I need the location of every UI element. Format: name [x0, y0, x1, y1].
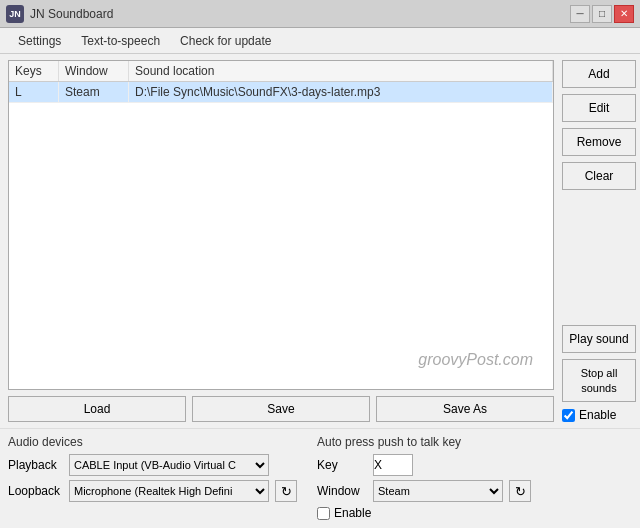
window-refresh-button[interactable]: ↻	[509, 480, 531, 502]
loopback-row2: Loopback Microphone (Realtek High Defini…	[8, 480, 297, 502]
cell-key: L	[9, 82, 59, 102]
save-button[interactable]: Save	[192, 396, 370, 422]
loopback-refresh-button[interactable]: ↻	[275, 480, 297, 502]
play-sound-button[interactable]: Play sound	[562, 325, 636, 353]
menu-settings[interactable]: Settings	[8, 30, 71, 52]
auto-press-title: Auto press push to talk key	[317, 435, 632, 449]
app-icon: JN	[6, 5, 24, 23]
window-label: Window	[317, 484, 367, 498]
table-header: Keys Window Sound location	[9, 61, 553, 82]
key-label: Key	[317, 458, 367, 472]
cell-sound: D:\File Sync\Music\SoundFX\3-days-later.…	[129, 82, 553, 102]
add-button[interactable]: Add	[562, 60, 636, 88]
auto-press-section2: Auto press push to talk key Key Window S…	[317, 435, 632, 520]
auto-enable-row: Enable	[317, 506, 632, 520]
title-bar-controls: ─ □ ✕	[570, 5, 634, 23]
close-button[interactable]: ✕	[614, 5, 634, 23]
playback-label2: Playback	[8, 458, 63, 472]
right-panel: Add Edit Remove Clear Play sound Stop al…	[558, 54, 640, 428]
col-sound: Sound location	[129, 61, 553, 81]
window-select[interactable]: Steam	[373, 480, 503, 502]
main-area: Keys Window Sound location L Steam D:\Fi…	[0, 54, 640, 428]
save-as-button[interactable]: Save As	[376, 396, 554, 422]
loopback-select2[interactable]: Microphone (Realtek High Defini	[69, 480, 269, 502]
maximize-button[interactable]: □	[592, 5, 612, 23]
title-bar: JN JN Soundboard ─ □ ✕	[0, 0, 640, 28]
col-keys: Keys	[9, 61, 59, 81]
remove-button[interactable]: Remove	[562, 128, 636, 156]
bottom-buttons: Load Save Save As	[8, 396, 554, 422]
table-row[interactable]: L Steam D:\File Sync\Music\SoundFX\3-day…	[9, 82, 553, 103]
enable-row: Enable	[562, 408, 632, 422]
sound-table: Keys Window Sound location L Steam D:\Fi…	[8, 60, 554, 390]
loopback-label2: Loopback	[8, 484, 63, 498]
bottom-combined-section: Audio devices Playback CABLE Input (VB-A…	[0, 428, 640, 526]
menu-text-to-speech[interactable]: Text-to-speech	[71, 30, 170, 52]
enable-label: Enable	[579, 408, 616, 422]
key-row: Key	[317, 454, 632, 476]
menu-bar: Settings Text-to-speech Check for update	[0, 28, 640, 54]
watermark: groovyPost.com	[418, 351, 533, 369]
clear-button[interactable]: Clear	[562, 162, 636, 190]
edit-button[interactable]: Edit	[562, 94, 636, 122]
audio-devices-section: Audio devices Playback CABLE Input (VB-A…	[8, 435, 297, 520]
auto-enable-label: Enable	[334, 506, 371, 520]
window-title: JN Soundboard	[30, 7, 113, 21]
window-row: Window Steam ↻	[317, 480, 632, 502]
playback-row2: Playback CABLE Input (VB-Audio Virtual C	[8, 454, 297, 476]
auto-enable-checkbox[interactable]	[317, 507, 330, 520]
content-area: Keys Window Sound location L Steam D:\Fi…	[0, 54, 558, 428]
col-window: Window	[59, 61, 129, 81]
enable-checkbox[interactable]	[562, 409, 575, 422]
load-button[interactable]: Load	[8, 396, 186, 422]
menu-check-update[interactable]: Check for update	[170, 30, 281, 52]
audio-devices-label: Audio devices	[8, 435, 297, 449]
minimize-button[interactable]: ─	[570, 5, 590, 23]
key-input[interactable]	[373, 454, 413, 476]
stop-all-sounds-button[interactable]: Stop allsounds	[562, 359, 636, 402]
playback-select2[interactable]: CABLE Input (VB-Audio Virtual C	[69, 454, 269, 476]
cell-window: Steam	[59, 82, 129, 102]
